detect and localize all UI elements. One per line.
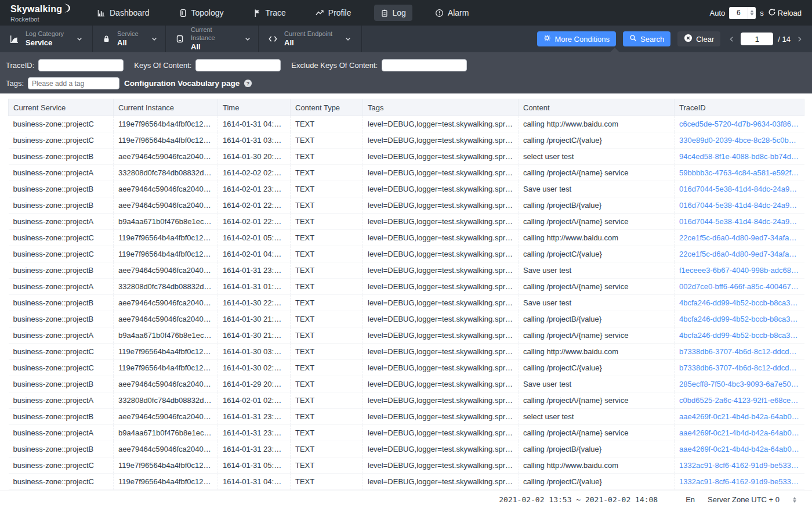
logo-subtitle: Rocketbot [10,16,74,23]
cell-content-type: TEXT [291,457,363,474]
stepper-arrows-icon[interactable] [748,7,756,19]
cell-trace-id[interactable]: b7338db6-3707-4b6d-8c12-ddcdabbdb45a [675,360,804,376]
nav-item-label: Trace [266,8,286,17]
service-select[interactable]: Service All [93,26,166,52]
cell-trace-id[interactable]: 4bcfa246-dd99-4b52-bccb-b8ca3dc5fc94 [675,311,804,327]
more-conditions-button[interactable]: More Conditions [537,31,616,46]
cell-trace-id[interactable]: 59bbbb3c-4763-4c84-a581-e592f39865bd [675,165,804,181]
cell-trace-id[interactable]: 330e89d0-2039-4bce-8c28-5c0ba6bc8ce7 [675,132,804,149]
cell-trace-id[interactable]: f1eceee3-6b67-4040-998b-adc6871261c1 [675,262,804,279]
cell-time: 1614-02-01 02:31:08 [218,392,291,409]
vocabulary-page-link[interactable]: Configuration Vocabulary page [124,79,240,88]
cell-trace-id[interactable]: 4bcfa246-dd99-4b52-bccb-b8ca3dc5fc94 [675,327,804,344]
cell-content-type: TEXT [291,344,363,360]
dashboard-icon [97,9,106,17]
logo: Skywalking Rocketbot [0,3,74,23]
question-circle-icon[interactable]: ? [244,79,252,88]
cell-trace-id[interactable]: aae4269f-0c21-4b4d-b42a-64ab08808ac8 [675,425,804,441]
cell-trace-id[interactable]: c0bd6525-2a6c-4123-92f1-e68ce57f767d [675,392,804,409]
cell-time: 1614-02-01 23:56:07 [218,181,291,197]
auto-unit-label: s [760,9,764,17]
nav-item-alarm[interactable]: Alarm [429,5,476,21]
cell-content-type: TEXT [291,474,363,490]
cell-trace-id[interactable]: 002d7ce0-bff6-466f-a85c-4004677d8fbf [675,279,804,295]
table-row: business-zone::projectC119e7f96564b4a4fb… [9,474,804,490]
cell-content-type: TEXT [291,149,363,165]
cell-instance: aee79464c59046fca2040a6c68... [114,311,218,327]
server-zone-label: Server Zone UTC + 0 [708,495,780,504]
search-label: Search [640,35,664,44]
nav-item-trace[interactable]: Trace [246,5,292,21]
cell-content: calling /projectC/{value} [519,132,675,149]
table-row: business-zone::projectBaee79464c59046fca… [9,376,804,392]
search-icon [629,34,637,44]
tags-input[interactable] [28,77,119,89]
search-button[interactable]: Search [623,31,670,46]
table-row: business-zone::projectC119e7f96564b4a4fb… [9,132,804,149]
table-row: business-zone::projectA332808d0fc784db08… [9,165,804,181]
language-toggle[interactable]: En [686,495,695,504]
cell-tags: level=DEBUG,logger=test.skywalking.sprin… [363,116,519,132]
cell-trace-id[interactable]: aae4269f-0c21-4b4d-b42a-64ab08808ac8 [675,409,804,425]
cell-tags: level=DEBUG,logger=test.skywalking.sprin… [363,376,519,392]
cell-trace-id[interactable]: 285ecff8-7f50-4bc3-9093-6a7e50b6a9a3 [675,376,804,392]
cell-content: calling http://www.baidu.com [519,457,675,474]
cell-time: 1614-01-31 23:01:08 [218,441,291,457]
cell-instance: 119e7f96564b4a4fbf0c128a7b0... [114,457,218,474]
table-row: business-zone::projectC119e7f96564b4a4fb… [9,360,804,376]
cell-content-type: TEXT [291,132,363,149]
chevron-right-icon[interactable] [795,34,804,44]
cell-content-type: TEXT [291,279,363,295]
svg-text:?: ? [246,81,249,87]
logo-title: Skywalking [10,4,62,15]
nav-item-dashboard[interactable]: Dashboard [90,5,156,21]
cell-trace-id[interactable]: 22ce1f5c-d6a0-4d80-9ed7-34afa1be2490 [675,246,804,262]
current-instance-select[interactable]: Current Instance All [166,26,259,52]
cell-time: 1614-01-30 02:10:04 [218,360,291,376]
clear-label: Clear [696,35,714,44]
cell-instance: aee79464c59046fca2040a6c68... [114,149,218,165]
cell-trace-id[interactable]: aae4269f-0c21-4b4d-b42a-64ab08808ac8 [675,441,804,457]
chevron-left-icon[interactable] [727,34,736,44]
cell-service: business-zone::projectC [9,360,114,376]
zone-stepper-arrows-icon[interactable] [792,497,797,503]
cell-trace-id[interactable]: b7338db6-3707-4b6d-8c12-ddcdabbdb45a [675,344,804,360]
cell-service: business-zone::projectB [9,262,114,279]
cell-content: calling /projectA/{name} service [519,425,675,441]
cell-service: business-zone::projectA [9,425,114,441]
cell-trace-id[interactable]: 4bcfa246-dd99-4b52-bccb-b8ca3dc5fc94 [675,295,804,311]
cell-trace-id[interactable]: 016d7044-5e38-41d4-84dc-24a98624a30e [675,214,804,230]
time-range-picker[interactable]: 2021-02-02 13:53 ~ 2021-02-02 14:08 [499,495,658,504]
reload-button[interactable]: Reload [768,8,802,18]
cell-trace-id[interactable]: 016d7044-5e38-41d4-84dc-24a98624a30e [675,197,804,214]
cell-trace-id[interactable]: c6ced5de-5720-4d7b-9634-03f86ff55d30 [675,116,804,132]
cell-content: calling http://www.baidu.com [519,116,675,132]
column-header-current-service: Current Service [9,99,114,116]
exclude-keys-input[interactable] [382,59,467,71]
auto-interval-input[interactable]: 6 [729,7,756,19]
cell-service: business-zone::projectB [9,197,114,214]
cell-tags: level=DEBUG,logger=test.skywalking.sprin… [363,457,519,474]
cell-tags: level=DEBUG,logger=test.skywalking.sprin… [363,262,519,279]
clear-button[interactable]: Clear [677,31,720,46]
cell-trace-id[interactable]: 94c4ed58-8f1e-4088-bd8c-bb74d8eca703 [675,149,804,165]
cell-trace-id[interactable]: 016d7044-5e38-41d4-84dc-24a98624a30e [675,181,804,197]
cell-instance: aee79464c59046fca2040a6c68... [114,295,218,311]
keys-of-content-input[interactable] [195,59,281,71]
cell-instance: 119e7f96564b4a4fbf0c128a7b0... [114,230,218,246]
chevron-down-icon [151,35,158,42]
auto-label: Auto [710,9,726,17]
trace-id-label: TraceID: [6,61,34,70]
current-endpoint-select[interactable]: Current Endpoint All [259,26,362,52]
nav-item-profile[interactable]: Profile [309,5,358,21]
logo-swoosh-icon [63,3,71,15]
cell-trace-id[interactable]: 1332ac91-8cf6-4162-91d9-be53361168a9 [675,474,804,490]
nav-item-topology[interactable]: Topology [172,5,230,21]
cell-instance: b9a4aa671b0f476b8e1ece6fd8f... [114,214,218,230]
cell-trace-id[interactable]: 22ce1f5c-d6a0-4d80-9ed7-34afa1be2490 [675,230,804,246]
log-category-select[interactable]: Log Category Service [0,26,93,52]
trace-id-input[interactable] [38,59,124,71]
cell-trace-id[interactable]: 1332ac91-8cf6-4162-91d9-be53361168a9 [675,457,804,474]
nav-item-log[interactable]: Log [374,5,412,21]
page-number-input[interactable] [741,33,773,45]
